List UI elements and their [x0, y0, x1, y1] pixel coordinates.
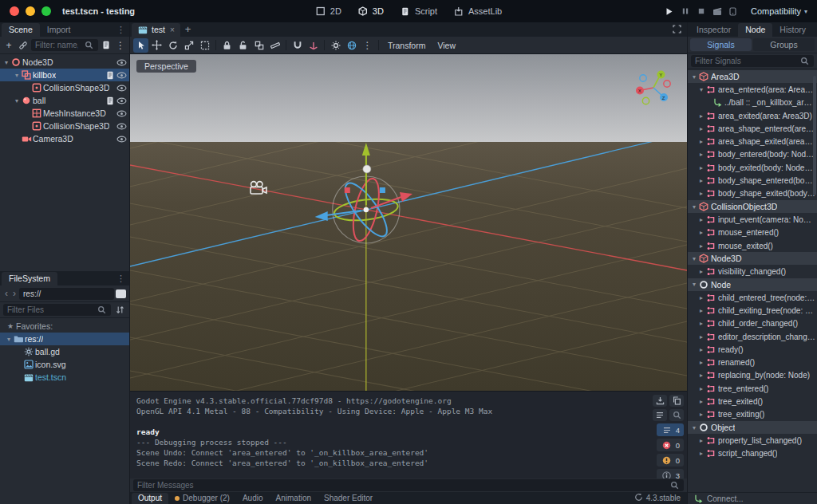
- version-info[interactable]: 4.3.stable: [634, 493, 685, 503]
- signal-connection-row[interactable]: ../ball :: _on_killbox_area_e...: [688, 96, 817, 109]
- instantiate-scene-button[interactable]: [17, 39, 30, 52]
- signal-row[interactable]: ▸body_exited(body: Node3D): [688, 161, 817, 174]
- signal-row[interactable]: ▸ready(): [688, 343, 817, 356]
- stop-button[interactable]: [695, 6, 707, 18]
- signal-row[interactable]: ▸child_entered_tree(node: No...: [688, 291, 817, 304]
- bottom-tab-output[interactable]: Output: [132, 493, 168, 504]
- expand-arrow-icon[interactable]: ▸: [697, 346, 705, 353]
- scene-node-CollisionShape3D[interactable]: CollisionShape3D: [0, 120, 129, 132]
- view-menu[interactable]: View: [432, 39, 461, 52]
- signal-row[interactable]: ▸editor_description_changed(...: [688, 330, 817, 343]
- visibility-eye-icon[interactable]: [116, 85, 128, 92]
- all-messages-filter-toggle[interactable]: 4: [657, 423, 684, 436]
- remote-debug-button[interactable]: [727, 6, 739, 18]
- signal-row[interactable]: ▸tree_exiting(): [688, 408, 817, 421]
- collapse-arrow-icon[interactable]: ▾: [690, 424, 698, 431]
- expand-arrow-icon[interactable]: ▸: [697, 112, 705, 120]
- history-forward-button[interactable]: ›: [11, 289, 18, 298]
- scale-tool-button[interactable]: [181, 38, 196, 53]
- expand-arrow-icon[interactable]: ▸: [697, 229, 705, 236]
- filter-nodes-input[interactable]: Filter: name, t: [31, 39, 98, 51]
- collapse-arrow-icon[interactable]: ▾: [690, 281, 698, 288]
- zoom-window-button[interactable]: [41, 6, 51, 16]
- signal-row[interactable]: ▸tree_entered(): [688, 382, 817, 395]
- signal-category-Node[interactable]: ▾Node: [688, 278, 817, 291]
- signal-row[interactable]: ▸body_shape_exited(body_rid...: [688, 187, 817, 200]
- save-output-button[interactable]: [653, 395, 667, 407]
- workspace-script-button[interactable]: Script: [394, 4, 443, 18]
- expand-arrow-icon[interactable]: ▸: [697, 437, 705, 444]
- attach-script-button[interactable]: [100, 39, 112, 52]
- scene-node-killbox[interactable]: ▾killbox: [0, 69, 129, 81]
- copy-output-button[interactable]: [669, 395, 684, 407]
- snap-toggle-button[interactable]: [290, 38, 305, 53]
- search-output-button[interactable]: [669, 409, 684, 421]
- collapse-arrow-icon[interactable]: ▾: [690, 255, 698, 262]
- viewport-3d[interactable]: Perspective Y X Z: [130, 54, 687, 391]
- dock-menu-icon[interactable]: ⋮: [112, 25, 129, 37]
- expand-arrow-icon[interactable]: ▸: [697, 216, 705, 223]
- signal-category-CollisionObject3D[interactable]: ▾CollisionObject3D: [688, 200, 817, 213]
- script-icon[interactable]: [104, 71, 116, 80]
- preview-environment-button[interactable]: [344, 38, 359, 53]
- expand-arrow-icon[interactable]: ▸: [697, 307, 705, 314]
- play-button[interactable]: [663, 6, 675, 18]
- expand-arrow-icon[interactable]: ▸: [697, 450, 705, 457]
- script-icon[interactable]: [104, 96, 116, 105]
- output-console[interactable]: Godot Engine v4.3.stable.official.77dcf9…: [130, 392, 687, 478]
- signal-row[interactable]: ▸input_event(camera: Node, e...: [688, 213, 817, 226]
- close-window-button[interactable]: [10, 6, 19, 16]
- signal-row[interactable]: ▸child_order_changed(): [688, 317, 817, 330]
- select-tool-button[interactable]: [133, 38, 148, 53]
- expand-arrow-icon[interactable]: ▸: [697, 372, 705, 379]
- expand-arrow-icon[interactable]: ▸: [697, 125, 705, 132]
- bottom-tab-debugger-2-[interactable]: Debugger (2): [168, 493, 236, 504]
- add-node-button[interactable]: +: [2, 39, 15, 52]
- warnings-filter-toggle[interactable]: 0: [657, 454, 684, 467]
- collapse-duplicates-button[interactable]: [653, 409, 667, 421]
- collapse-arrow-icon[interactable]: ▾: [697, 86, 705, 93]
- scene-tree-options-icon[interactable]: ⋮: [114, 39, 127, 52]
- file-item[interactable]: ball.gd: [0, 345, 129, 358]
- tab-signals[interactable]: Signals: [690, 38, 752, 51]
- path-field[interactable]: res://: [19, 288, 114, 300]
- extra-options-button[interactable]: ⋮: [360, 38, 375, 53]
- tab-scene[interactable]: Scene: [2, 23, 40, 37]
- renderer-select[interactable]: Compatibility ▾: [744, 6, 807, 16]
- workspace-assetlib-button[interactable]: AssetLib: [448, 4, 507, 18]
- move-tool-button[interactable]: [149, 38, 164, 53]
- signal-row[interactable]: ▸visibility_changed(): [688, 265, 817, 278]
- unlock-selected-button[interactable]: [235, 38, 251, 53]
- signal-row[interactable]: ▸property_list_changed(): [688, 434, 817, 447]
- box-select-tool-button[interactable]: [197, 38, 212, 53]
- collapse-arrow-icon[interactable]: ▾: [690, 73, 698, 81]
- signal-row[interactable]: ▸area_shape_entered(area_ri...: [688, 122, 817, 135]
- signal-row[interactable]: ▸script_changed(): [688, 447, 817, 460]
- scrollbar[interactable]: [813, 76, 816, 195]
- orientation-gizmo[interactable]: Y X Z: [631, 65, 676, 110]
- pause-button[interactable]: [679, 6, 691, 18]
- signal-row[interactable]: ▸child_exiting_tree(node: Node): [688, 304, 817, 317]
- ruler-mode-button[interactable]: [267, 38, 282, 53]
- visibility-eye-icon[interactable]: [116, 110, 128, 117]
- lock-selected-button[interactable]: [219, 38, 235, 53]
- editor-messages-filter-toggle[interactable]: 3: [657, 469, 684, 478]
- close-tab-icon[interactable]: ×: [170, 26, 175, 34]
- workspace-2d-button[interactable]: 2D: [310, 4, 347, 18]
- expand-arrow-icon[interactable]: ▸: [697, 359, 705, 366]
- collapse-arrow-icon[interactable]: ▾: [5, 336, 13, 343]
- signal-row[interactable]: ▸area_shape_exited(area_rid: ...: [688, 135, 817, 148]
- file-item[interactable]: ▾res://: [0, 333, 129, 345]
- tab-filesystem[interactable]: FileSystem: [2, 272, 57, 285]
- bottom-tab-shader-editor[interactable]: Shader Editor: [318, 493, 379, 504]
- expand-arrow-icon[interactable]: ▸: [697, 268, 705, 275]
- expand-arrow-icon[interactable]: ▸: [697, 151, 705, 158]
- signal-row[interactable]: ▸tree_exited(): [688, 395, 817, 408]
- expand-arrow-icon[interactable]: ▸: [697, 294, 705, 301]
- scene-node-MeshInstance3D[interactable]: MeshInstance3D: [0, 107, 129, 120]
- collapse-arrow-icon[interactable]: ▾: [13, 97, 21, 104]
- tab-import[interactable]: Import: [40, 23, 78, 37]
- movie-maker-button[interactable]: [711, 6, 723, 18]
- preview-sun-button[interactable]: [328, 38, 343, 53]
- expand-arrow-icon[interactable]: ▸: [697, 398, 705, 405]
